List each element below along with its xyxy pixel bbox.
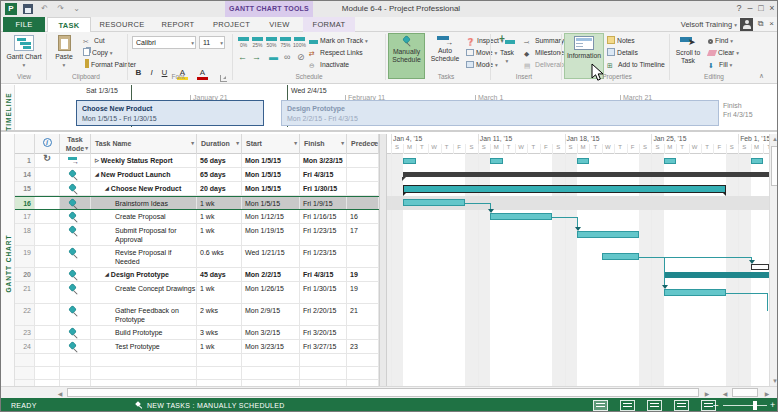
- account-name[interactable]: Velsoft Training ▾: [681, 17, 737, 33]
- cell-info[interactable]: [35, 224, 60, 245]
- cell-fin[interactable]: Fri 3/20/15: [300, 326, 347, 339]
- find-button[interactable]: Find ▾: [708, 35, 733, 46]
- cell-info[interactable]: [35, 246, 60, 267]
- cell-dur[interactable]: 1 wk: [197, 340, 242, 353]
- cell-pred[interactable]: 16: [347, 210, 379, 223]
- gantt-bar-task[interactable]: [664, 289, 726, 296]
- cell-info[interactable]: [35, 304, 60, 325]
- cell-start[interactable]: Wed 1/21/15: [242, 246, 300, 267]
- tab-file[interactable]: FILE: [3, 17, 45, 32]
- sort-arrow-icon[interactable]: ▾: [294, 134, 297, 153]
- copy-button[interactable]: Copy ▾: [83, 47, 113, 58]
- recurring-task-icon[interactable]: ↻: [35, 154, 60, 167]
- cell-mode[interactable]: [60, 224, 91, 245]
- cell-dur[interactable]: 1 wk: [197, 224, 242, 245]
- cell-num[interactable]: 15: [15, 182, 35, 195]
- cell-mode[interactable]: [60, 168, 91, 181]
- table-row[interactable]: [15, 354, 379, 367]
- gantt-bar-recurring[interactable]: [403, 158, 415, 164]
- cell-num[interactable]: [15, 354, 35, 366]
- column-header-num[interactable]: [15, 134, 35, 154]
- redo-icon[interactable]: ↷: [55, 4, 66, 14]
- column-header-dur[interactable]: Duration▾: [197, 134, 242, 154]
- cut-button[interactable]: ✂Cut: [83, 35, 105, 46]
- cell-name[interactable]: Submit Proposal for Approval: [91, 224, 197, 245]
- close-button[interactable]: ×: [766, 1, 778, 17]
- gantt-vertical-scrollbar[interactable]: ▲ ▼: [769, 134, 778, 386]
- details-button[interactable]: Details: [607, 47, 638, 58]
- cell-fin[interactable]: [300, 367, 347, 379]
- cell-name[interactable]: ◢Design Prototype: [91, 268, 197, 281]
- scroll-down-icon[interactable]: ▼: [770, 378, 778, 384]
- percent-complete-0-button[interactable]: 0%: [237, 36, 250, 48]
- cell-mode[interactable]: [60, 367, 91, 379]
- table-scroll-right-icon[interactable]: ▶: [703, 390, 711, 397]
- cell-pred[interactable]: [347, 246, 379, 267]
- cell-pred[interactable]: [347, 197, 379, 209]
- clear-button[interactable]: Clear ▾: [708, 47, 739, 58]
- cell-name[interactable]: Create Concept Drawings: [91, 282, 197, 303]
- column-header-info[interactable]: i: [35, 134, 60, 154]
- bold-button[interactable]: B: [133, 68, 144, 77]
- insert-milestone-button[interactable]: ◆Milestone: [524, 47, 564, 58]
- cell-start[interactable]: Mon 1/26/15: [242, 282, 300, 303]
- outdent-task-icon[interactable]: ←: [238, 52, 247, 63]
- cell-mode[interactable]: [60, 340, 91, 353]
- pane-splitter[interactable]: [379, 134, 387, 386]
- collapse-marker-icon[interactable]: ▷: [95, 157, 99, 163]
- gantt-bar-rollup[interactable]: [664, 272, 769, 278]
- gantt-bar-manual-summary[interactable]: [751, 264, 769, 270]
- cell-dur[interactable]: 45 days: [197, 268, 242, 281]
- cell-mode[interactable]: [60, 246, 91, 267]
- cell-dur[interactable]: 20 days: [197, 182, 242, 195]
- cell-fin[interactable]: Fri 1/9/15: [300, 197, 347, 209]
- font-family-combo[interactable]: Calibri▾: [132, 36, 196, 49]
- cell-info[interactable]: [35, 197, 60, 209]
- cell-num[interactable]: 1: [15, 154, 35, 167]
- timeline-bar[interactable]: Design PrototypeMon 2/2/15 - Fri 4/3/15: [281, 100, 719, 126]
- unlink-tasks-icon[interactable]: ⊘: [297, 52, 305, 63]
- cell-pred[interactable]: [347, 182, 379, 195]
- cell-fin[interactable]: Fri 4/3/15: [300, 168, 347, 181]
- fill-button[interactable]: ⬇Fill ▾: [708, 59, 732, 70]
- cell-num[interactable]: 19: [15, 246, 35, 267]
- cell-dur[interactable]: 1 wk: [197, 282, 242, 303]
- cell-start[interactable]: Mon 1/5/15: [242, 197, 300, 209]
- cell-dur[interactable]: [197, 354, 242, 366]
- split-task-icon[interactable]: ▬: [269, 52, 278, 63]
- cell-name[interactable]: Create Proposal: [91, 210, 197, 223]
- cell-name[interactable]: Revise Proposal if Needed: [91, 246, 197, 267]
- font-size-combo[interactable]: 11▾: [199, 36, 225, 49]
- cell-dur[interactable]: [197, 367, 242, 379]
- percent-complete-75-button[interactable]: 75%: [279, 36, 292, 48]
- cell-name[interactable]: Build Prototype: [91, 326, 197, 339]
- cell-start[interactable]: Mon 1/5/15: [242, 182, 300, 195]
- timeline-pane[interactable]: TIMELINE Sat 1/3/15 Wed 2/4/15 January 2…: [1, 85, 778, 132]
- gantt-chart-strip[interactable]: GANTT CHART: [1, 134, 15, 386]
- zoom-out-button[interactable]: −: [713, 398, 719, 412]
- cell-fin[interactable]: Fri 1/23/15: [300, 224, 347, 245]
- cell-fin[interactable]: [300, 354, 347, 366]
- gantt-bar-task[interactable]: [577, 231, 639, 238]
- column-header-fin[interactable]: Finish▾: [300, 134, 347, 154]
- tab-task[interactable]: TASK: [47, 17, 91, 32]
- sort-arrow-icon[interactable]: ▾: [341, 134, 344, 153]
- cell-mode[interactable]: →: [60, 154, 91, 167]
- cell-start[interactable]: Mon 2/2/15: [242, 268, 300, 281]
- link-tasks-icon[interactable]: ∞: [284, 52, 290, 63]
- cell-fin[interactable]: Fri 3/27/15: [300, 340, 347, 353]
- table-row[interactable]: 23Build Prototype3 wksMon 3/2/15Fri 3/20…: [15, 326, 379, 340]
- cell-info[interactable]: [35, 268, 60, 281]
- cell-pred[interactable]: 21: [347, 304, 379, 325]
- column-header-name[interactable]: Task Name▾: [91, 134, 197, 154]
- sort-arrow-icon[interactable]: ▾: [373, 134, 376, 153]
- cell-name[interactable]: Brainstorm Ideas: [91, 197, 197, 209]
- app-logo-icon[interactable]: P: [5, 3, 17, 15]
- gantt-scroll-left-icon[interactable]: ◀: [721, 390, 729, 397]
- cell-start[interactable]: Mon 1/19/15: [242, 224, 300, 245]
- mark-on-track-button[interactable]: Mark on Track ▾: [309, 35, 368, 46]
- cell-fin[interactable]: Fri 1/30/15: [300, 182, 347, 195]
- cell-info[interactable]: [35, 367, 60, 379]
- status-new-tasks[interactable]: NEW TASKS : MANUALLY SCHEDULED: [135, 398, 285, 412]
- cell-name[interactable]: ◢Choose New Product: [91, 182, 197, 195]
